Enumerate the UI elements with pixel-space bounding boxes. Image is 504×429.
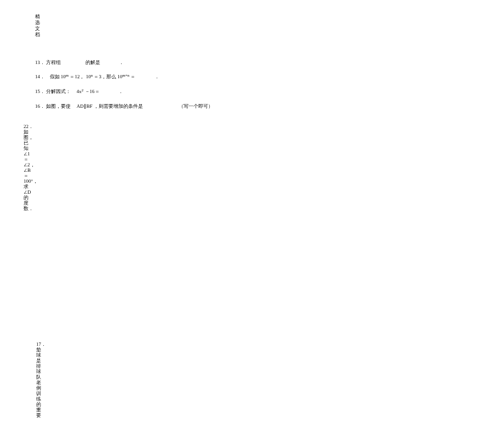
- q16-num: 16．: [35, 103, 45, 109]
- q16-t3: ，则需要增加的条件是: [94, 103, 143, 109]
- q22-text: 22．如图，已知∠1＝∠2，∠B＝100°，求∠D的度数．: [24, 124, 38, 211]
- q13-num: 13．: [35, 60, 45, 65]
- q13-t3: ．: [119, 60, 124, 65]
- q14-sup3: m+n: [122, 73, 129, 78]
- q14-t4: ＝: [130, 74, 135, 79]
- header-text: 精选文档: [35, 14, 40, 37]
- question-22-vertical: 22．如图，已知∠1＝∠2，∠B＝100°，求∠D的度数．: [24, 124, 30, 211]
- q14-e2: 10: [86, 74, 91, 79]
- question-15: 15． 分解因式： 4x2 －16＝ ．: [35, 88, 309, 96]
- q14-t5: ．: [154, 74, 159, 79]
- main-content: 13． 方程组 的解是 ． 14． 假如 10m ＝12， 10n ＝3，那么 …: [35, 59, 309, 117]
- q13-t1: 方程组: [46, 60, 61, 65]
- q15-num: 15．: [35, 89, 45, 94]
- q13-t2: 的解是: [85, 60, 100, 65]
- q15-t1: 分解因式：: [46, 89, 71, 94]
- q14-sup1: m: [66, 73, 68, 78]
- question-14: 14． 假如 10m ＝12， 10n ＝3，那么 10m+n ＝ ．: [35, 73, 309, 81]
- question-16: 16． 如图，要使 AD∥BF ，则需要增加的条件是 （写一个即可）: [35, 103, 309, 110]
- q14-e1: 10: [61, 74, 66, 79]
- q16-t4: （写一个即可）: [179, 103, 213, 109]
- q14-t2: ＝12，: [70, 74, 84, 79]
- q14-t3: ＝3，那么: [94, 74, 116, 79]
- q15-e1: 4x: [77, 89, 82, 94]
- q15-sup1: 2: [82, 88, 84, 92]
- q14-e3: 10: [117, 74, 122, 79]
- q15-t3: ．: [118, 89, 123, 94]
- q14-sup2: n: [91, 73, 93, 78]
- question-13: 13． 方程组 的解是 ．: [35, 59, 309, 66]
- q17-text: 17．垫球是排球队老例训练的重要: [36, 341, 46, 418]
- q16-t1: 如图，要使: [46, 103, 71, 109]
- q14-t1: 假如: [50, 74, 60, 79]
- question-17-vertical: 17．垫球是排球队老例训练的重要: [36, 341, 43, 418]
- q15-t2: －16＝: [85, 89, 100, 94]
- q16-t2: AD∥BF: [77, 103, 93, 109]
- q14-num: 14．: [35, 74, 45, 79]
- page-header: 精选文档: [35, 14, 42, 38]
